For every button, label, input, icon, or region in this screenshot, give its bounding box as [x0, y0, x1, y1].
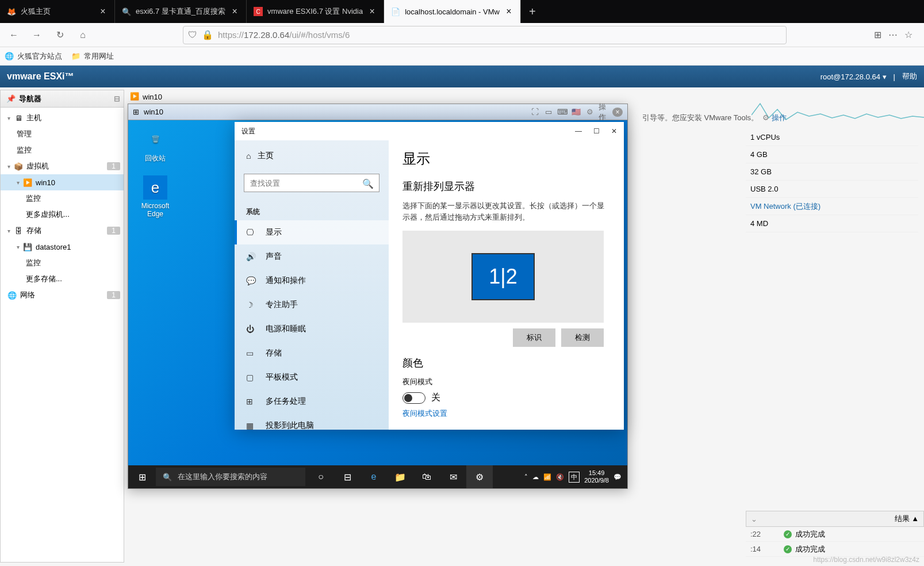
close-icon[interactable]: ×: [98, 7, 108, 16]
home-button[interactable]: ⌂: [74, 26, 92, 44]
vm-info-table: 1 vCPUs 4 GB 32 GB USB 2.0 VM Network (已…: [746, 129, 918, 232]
nav-more-storage[interactable]: 更多存储...: [1, 271, 124, 287]
nav-ds-monitor[interactable]: 监控: [1, 255, 124, 271]
console-actions[interactable]: 操作: [599, 108, 609, 117]
edge-taskbar-icon[interactable]: e: [361, 465, 387, 488]
settings-item-tablet[interactable]: ▢平板模式: [235, 365, 389, 389]
task-time: :14: [750, 545, 779, 553]
section-title: 重新排列显示器: [402, 179, 610, 193]
windows-desktop[interactable]: 🗑️ 回收站 e Microsoft Edge 设置 — ☐: [128, 120, 627, 488]
explorer-icon[interactable]: 📁: [387, 465, 413, 488]
display-box[interactable]: 1|2: [471, 253, 535, 300]
start-button[interactable]: ⊞: [128, 465, 156, 488]
nav-storage[interactable]: ▾🗄存储1: [1, 223, 124, 239]
bookmark-star-icon[interactable]: ☆: [904, 29, 913, 40]
settings-item-sound[interactable]: 🔊声音: [235, 244, 389, 269]
settings-item-project[interactable]: ▦投影到此电脑: [235, 414, 389, 430]
mail-icon[interactable]: ✉: [440, 465, 466, 488]
ime-indicator[interactable]: 中: [569, 472, 580, 483]
collapse-icon[interactable]: ⊟: [114, 94, 120, 103]
close-icon[interactable]: ×: [504, 7, 513, 16]
close-icon[interactable]: ×: [612, 108, 623, 117]
clock-time: 15:49: [584, 469, 609, 477]
action-center-icon[interactable]: 💬: [614, 473, 622, 481]
nav-network[interactable]: 🌐网络1: [1, 287, 124, 303]
settings-taskbar-icon[interactable]: ⚙: [466, 465, 493, 488]
edge-shortcut[interactable]: e Microsoft Edge: [135, 175, 175, 218]
bookmark-common[interactable]: 📁常用网址: [71, 51, 114, 62]
nav-vms[interactable]: ▾📦虚拟机1: [1, 158, 124, 174]
nav-host[interactable]: ▾🖥主机: [1, 110, 124, 126]
console-expand-icon[interactable]: ⛶: [530, 108, 540, 117]
tray-onedrive-icon[interactable]: ☁: [532, 473, 539, 481]
task-view-icon[interactable]: ⊟: [334, 465, 361, 488]
console-viewport[interactable]: 🗑️ 回收站 e Microsoft Edge 设置 — ☐: [128, 120, 627, 488]
tab-baidu[interactable]: 🔍 esxi6.7 显卡直通_百度搜索 ×: [115, 0, 247, 23]
reload-button[interactable]: ↻: [51, 26, 69, 44]
nav-vm-win10[interactable]: ▾▶️win10: [1, 174, 124, 190]
taskbar-search[interactable]: 🔍在这里输入你要搜索的内容: [156, 468, 305, 486]
moon-icon: ☽: [246, 300, 256, 309]
back-button[interactable]: ←: [5, 26, 23, 44]
taskbar-clock[interactable]: 15:49 2020/9/8: [584, 469, 609, 484]
new-tab-button[interactable]: +: [521, 5, 544, 18]
console-titlebar[interactable]: ⊞ win10 ⛶ ▭ ⌨ 🇺🇸 ⚙ 操作 ×: [128, 104, 627, 120]
tray-chevron-icon[interactable]: ˄: [524, 473, 528, 481]
settings-item-notifications[interactable]: 💬通知和操作: [235, 269, 389, 293]
close-icon[interactable]: ×: [367, 7, 377, 16]
settings-home[interactable]: ⌂主页: [235, 145, 389, 167]
tab-vmware-article[interactable]: C vmware ESXI6.7 设置 Nvidia ×: [247, 0, 384, 23]
settings-item-display[interactable]: 🖵显示: [235, 220, 389, 244]
recycle-bin[interactable]: 🗑️ 回收站: [135, 127, 175, 163]
vm-name: win10: [143, 93, 162, 101]
nav-manage[interactable]: 管理: [1, 126, 124, 142]
network-icon: 🌐: [7, 290, 17, 300]
console-dual-icon[interactable]: ▭: [543, 108, 554, 117]
tray-network-icon[interactable]: 📶: [543, 473, 551, 481]
nav-vm-monitor[interactable]: 监控: [1, 190, 124, 206]
tray-volume-icon[interactable]: 🔇: [556, 473, 564, 481]
tab-esxi[interactable]: 📄 localhost.localdomain - VMw ×: [384, 0, 521, 23]
nav-datastore1[interactable]: ▾💾datastore1: [1, 239, 124, 255]
forward-button[interactable]: →: [28, 26, 46, 44]
identify-button[interactable]: 标识: [513, 328, 555, 347]
close-icon[interactable]: ×: [230, 7, 239, 16]
help-link[interactable]: 帮助: [902, 71, 917, 82]
gear-icon[interactable]: ⚙: [585, 108, 595, 117]
settings-item-power[interactable]: ⏻电源和睡眠: [235, 317, 389, 341]
close-button[interactable]: ✕: [611, 127, 617, 135]
user-menu[interactable]: root@172.28.0.64 ▾: [821, 72, 887, 81]
detect-button[interactable]: 检测: [561, 328, 604, 347]
url-bar[interactable]: 🛡 🔒 https://172.28.0.64/ui/#/host/vms/6: [183, 26, 787, 44]
menu-icon[interactable]: ⋯: [888, 29, 898, 40]
qr-icon[interactable]: ⊞: [874, 29, 881, 40]
maximize-button[interactable]: ☐: [593, 127, 600, 135]
tab-firefox-home[interactable]: 🦊 火狐主页 ×: [0, 0, 115, 23]
nav-more-vms[interactable]: 更多虚拟机...: [1, 206, 124, 223]
display-arrange-area[interactable]: 1|2: [402, 231, 604, 323]
favicon-icon: 🔍: [122, 7, 131, 16]
console-flag-icon[interactable]: 🇺🇸: [571, 108, 581, 117]
minimize-button[interactable]: —: [575, 127, 582, 135]
settings-item-focus[interactable]: ☽专注助手: [235, 293, 389, 317]
pin-icon[interactable]: 📌: [6, 94, 16, 103]
console-keyboard-icon[interactable]: ⌨: [557, 108, 568, 117]
settings-titlebar[interactable]: 设置 — ☐ ✕: [235, 122, 624, 140]
cortana-icon[interactable]: ○: [308, 465, 334, 488]
task-header[interactable]: ⌄ 结果 ▲: [746, 511, 924, 527]
section-title: 颜色: [402, 356, 610, 370]
info-disk: 32 GB: [746, 163, 918, 181]
store-icon[interactable]: 🛍: [413, 465, 440, 488]
night-mode-settings-link[interactable]: 夜间模式设置: [402, 408, 610, 419]
nav-monitor[interactable]: 监控: [1, 142, 124, 158]
bookmark-firefox[interactable]: 🌐火狐官方站点: [5, 51, 62, 62]
task-row[interactable]: :14✓成功完成: [746, 542, 924, 557]
task-row[interactable]: :22✓成功完成: [746, 527, 924, 542]
search-input[interactable]: [244, 174, 379, 192]
actions-link[interactable]: 操作: [772, 113, 787, 122]
settings-item-multitask[interactable]: ⊞多任务处理: [235, 389, 389, 414]
night-mode-toggle[interactable]: [402, 392, 425, 404]
settings-category: 系统: [235, 199, 389, 220]
settings-item-storage[interactable]: ▭存储: [235, 341, 389, 365]
check-icon: ✓: [784, 530, 792, 538]
